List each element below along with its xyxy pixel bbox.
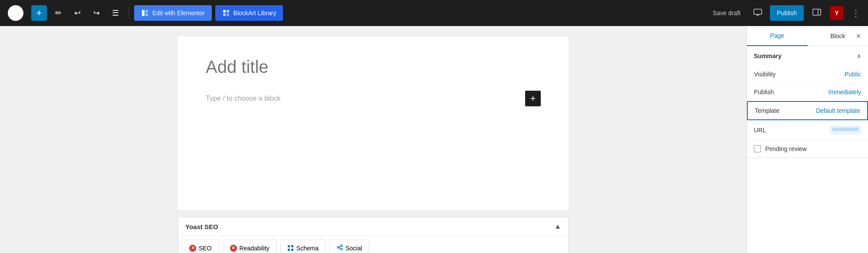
tab-seo[interactable]: ✕ SEO xyxy=(182,240,219,253)
preview-button[interactable] xyxy=(751,6,765,20)
yoast-section: Yoast SEO ▲ ✕ SEO ✕ Readability xyxy=(178,217,569,253)
undo-icon: ↩ xyxy=(74,8,81,18)
schema-icon xyxy=(288,245,294,251)
url-label: URL xyxy=(754,127,766,134)
tab-readability[interactable]: ✕ Readability xyxy=(223,240,277,253)
svg-rect-2 xyxy=(145,10,148,13)
toolbar-separator xyxy=(128,8,129,18)
sidebar-tabs: Page Block × xyxy=(747,26,868,46)
pencil-icon: ✏ xyxy=(55,8,62,18)
block-placeholder: Type / to choose a block + xyxy=(206,87,541,110)
url-value xyxy=(830,125,861,135)
editor-content: Type / to choose a block + xyxy=(178,36,569,210)
social-tab-label: Social xyxy=(345,245,362,252)
svg-rect-5 xyxy=(227,10,229,13)
block-list-button[interactable]: ☰ xyxy=(108,5,123,21)
schema-tab-label: Schema xyxy=(296,245,319,252)
elementor-icon xyxy=(141,9,149,17)
svg-rect-1 xyxy=(142,10,145,16)
template-row: Template Default template xyxy=(747,101,868,120)
readability-tab-label: Readability xyxy=(240,245,270,252)
seo-tab-label: SEO xyxy=(199,245,212,252)
svg-point-10 xyxy=(341,245,342,246)
summary-header[interactable]: Summary ∧ xyxy=(747,46,868,66)
svg-rect-3 xyxy=(145,13,148,16)
wp-logo xyxy=(5,0,26,26)
pending-review-checkbox[interactable] xyxy=(754,145,761,152)
tab-page[interactable]: Page xyxy=(747,26,808,46)
svg-rect-9 xyxy=(813,9,821,15)
svg-rect-7 xyxy=(227,13,229,16)
svg-rect-13 xyxy=(832,128,858,131)
yoast-avatar: Y xyxy=(830,6,844,20)
sidebar-close-button[interactable]: × xyxy=(852,30,865,42)
seo-indicator: ✕ xyxy=(189,245,196,252)
svg-point-12 xyxy=(341,248,342,250)
summary-title: Summary xyxy=(754,53,782,59)
panel-icon xyxy=(812,9,821,18)
main-layout: Type / to choose a block + Yoast SEO ▲ ✕… xyxy=(0,26,868,253)
yoast-section-title: Yoast SEO xyxy=(185,223,218,230)
edit-with-elementor-button[interactable]: Edit with Elementor xyxy=(134,5,212,21)
add-block-toolbar-button[interactable]: + xyxy=(31,5,47,21)
social-icon xyxy=(337,244,343,252)
svg-rect-6 xyxy=(223,13,226,16)
summary-section: Summary ∧ Visibility Public Publish Imme… xyxy=(747,46,868,158)
publish-label: Publish xyxy=(754,89,774,95)
wordpress-icon xyxy=(8,5,23,21)
template-label: Template xyxy=(755,107,779,114)
svg-point-11 xyxy=(337,246,339,248)
menu-icon: ☰ xyxy=(112,8,119,18)
toolbar-right: Save draft Publish Y ⋮ xyxy=(707,5,863,21)
pending-row: Pending review xyxy=(747,140,868,158)
blockart-library-button[interactable]: BlockArt Library xyxy=(215,5,283,21)
visibility-row: Visibility Public xyxy=(747,66,868,83)
toolbar: + ✏ ↩ ↪ ☰ Edit with Elementor BlockArt L… xyxy=(0,0,868,26)
monitor-icon xyxy=(753,9,762,18)
tab-schema[interactable]: Schema xyxy=(280,240,326,253)
url-row: URL xyxy=(747,120,868,140)
yoast-collapse-button[interactable]: ▲ xyxy=(554,223,561,230)
settings-panel-button[interactable] xyxy=(809,5,825,21)
chevron-up-icon: ∧ xyxy=(857,53,861,59)
add-block-button[interactable]: + xyxy=(525,91,541,106)
svg-rect-8 xyxy=(754,9,762,14)
yoast-header: Yoast SEO ▲ xyxy=(178,217,568,236)
tab-social[interactable]: Social xyxy=(329,240,369,253)
readability-indicator: ✕ xyxy=(230,245,237,252)
template-value[interactable]: Default template xyxy=(816,107,860,114)
visibility-label: Visibility xyxy=(754,71,776,78)
publish-value[interactable]: Immediately xyxy=(829,89,861,95)
editor-area: Type / to choose a block + Yoast SEO ▲ ✕… xyxy=(0,26,746,253)
publish-row: Publish Immediately xyxy=(747,83,868,101)
more-options-button[interactable]: ⋮ xyxy=(849,6,863,20)
sidebar: Page Block × Summary ∧ Visibility Public xyxy=(746,26,868,253)
publish-button[interactable]: Publish xyxy=(770,5,804,21)
save-draft-button[interactable]: Save draft xyxy=(707,7,746,19)
sidebar-content: Summary ∧ Visibility Public Publish Imme… xyxy=(747,46,868,253)
redo-icon: ↪ xyxy=(93,8,100,18)
page-title-input[interactable] xyxy=(206,57,541,77)
yoast-tabs: ✕ SEO ✕ Readability Schema xyxy=(178,236,568,253)
more-vertical-icon: ⋮ xyxy=(852,8,860,18)
pending-label: Pending review xyxy=(765,145,807,152)
edit-mode-button[interactable]: ✏ xyxy=(50,5,66,21)
svg-rect-4 xyxy=(223,10,226,13)
block-placeholder-text: Type / to choose a block xyxy=(206,95,281,102)
redo-button[interactable]: ↪ xyxy=(89,5,104,21)
undo-button[interactable]: ↩ xyxy=(69,5,85,21)
visibility-value[interactable]: Public xyxy=(845,71,861,78)
blockart-icon xyxy=(222,9,230,17)
url-blurred xyxy=(832,126,858,132)
